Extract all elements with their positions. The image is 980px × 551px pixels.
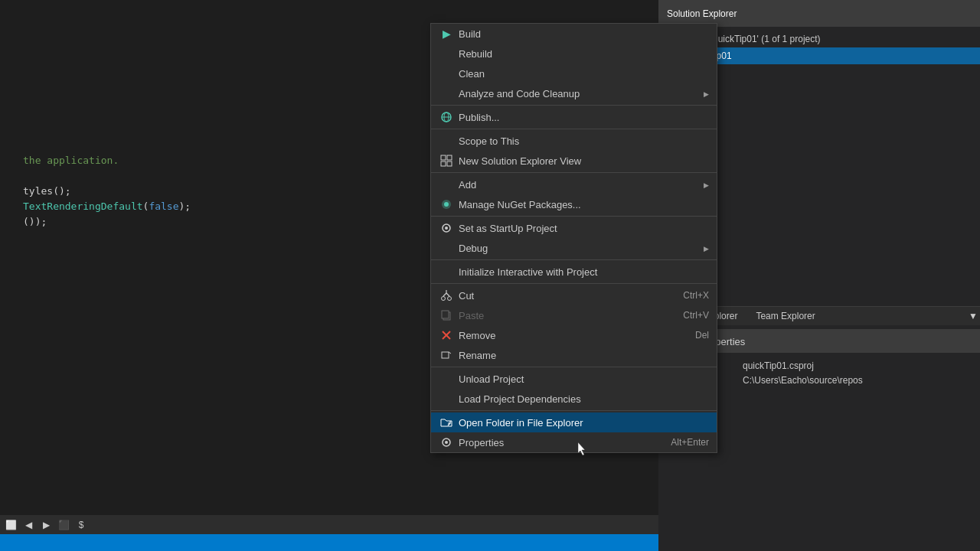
menu-item-newsolution[interactable]: New Solution Explorer View xyxy=(431,151,717,171)
menu-item-build[interactable]: ▶ Build xyxy=(431,24,717,44)
prop-value-path: C:\Users\Eacho\source\repos xyxy=(743,375,972,386)
properties-icon xyxy=(439,435,454,450)
menu-item-publish[interactable]: Publish... xyxy=(431,107,717,127)
menu-item-cut-label: Cut xyxy=(459,290,668,302)
analyze-submenu-arrow xyxy=(704,90,709,98)
menu-item-analyze[interactable]: Analyze and Code Cleanup xyxy=(431,83,717,103)
menu-item-loaddeps-label: Load Project Dependencies xyxy=(459,393,709,405)
rename-icon xyxy=(439,347,454,363)
newsolution-icon xyxy=(439,153,454,168)
svg-point-24 xyxy=(445,441,448,444)
menu-item-analyze-label: Analyze and Code Cleanup xyxy=(459,88,704,99)
menu-item-startup[interactable]: Set as StartUp Project xyxy=(431,218,717,238)
svg-rect-3 xyxy=(441,155,446,160)
code-line-5: ()); xyxy=(23,214,191,230)
separator-5 xyxy=(431,259,717,260)
svg-line-14 xyxy=(446,293,449,296)
remove-icon xyxy=(439,328,454,343)
separator-7 xyxy=(431,367,717,367)
menu-item-unload[interactable]: Unload Project xyxy=(431,369,717,389)
svg-point-10 xyxy=(445,227,448,230)
debug-icon xyxy=(439,240,454,256)
svg-line-13 xyxy=(443,293,446,296)
menu-item-paste: Paste Ctrl+V xyxy=(431,305,717,325)
tab-team-explorer-label: Team Explorer xyxy=(756,311,815,321)
menu-item-properties[interactable]: Properties Alt+Enter xyxy=(431,432,717,452)
menu-item-publish-label: Publish... xyxy=(459,112,709,123)
menu-item-add[interactable]: Add xyxy=(431,174,717,194)
startup-icon xyxy=(439,220,454,236)
globe-icon xyxy=(439,109,454,125)
dropdown-arrow[interactable]: ▼ xyxy=(966,309,980,323)
scope-icon xyxy=(439,133,454,148)
bottom-toolbar: ⬜ ◀ ▶ ⬛ $ xyxy=(0,515,658,534)
menu-item-properties-label: Properties xyxy=(459,437,655,448)
openfolder-icon xyxy=(439,415,454,430)
build-icon: ▶ xyxy=(439,26,454,41)
separator-4 xyxy=(431,216,717,217)
toolbar-btn-3[interactable]: ▶ xyxy=(39,518,53,532)
menu-item-add-label: Add xyxy=(459,179,704,191)
svg-rect-6 xyxy=(447,161,452,166)
separator-6 xyxy=(431,283,717,284)
debug-submenu-arrow xyxy=(704,244,709,253)
menu-item-rename[interactable]: Rename xyxy=(431,345,717,365)
analyze-icon xyxy=(439,86,454,101)
menu-item-startup-label: Set as StartUp Project xyxy=(459,223,709,234)
svg-rect-17 xyxy=(442,311,449,318)
menu-item-clean[interactable]: Clean xyxy=(431,64,717,83)
menu-item-loaddeps[interactable]: Load Project Dependencies xyxy=(431,389,717,409)
code-line-2 xyxy=(23,168,191,184)
menu-item-interactive-label: Initialize Interactive with Project xyxy=(459,266,709,278)
menu-item-remove[interactable]: Remove Del xyxy=(431,325,717,345)
nuget-icon xyxy=(439,197,454,212)
svg-point-11 xyxy=(442,297,446,301)
svg-rect-5 xyxy=(441,161,446,166)
menu-item-nuget[interactable]: Manage NuGet Packages... xyxy=(431,194,717,214)
code-line-1: the application. xyxy=(23,153,191,168)
toolbar-btn-1[interactable]: ⬜ xyxy=(4,518,18,532)
svg-point-12 xyxy=(448,297,452,301)
menu-item-nuget-label: Manage NuGet Packages... xyxy=(459,199,709,210)
interactive-icon xyxy=(439,264,454,279)
svg-point-8 xyxy=(444,202,449,207)
add-submenu-arrow xyxy=(704,181,709,189)
menu-item-rebuild[interactable]: Rebuild xyxy=(431,44,717,64)
menu-item-debug-label: Debug xyxy=(459,243,704,254)
separator-3 xyxy=(431,172,717,173)
toolbar-btn-2[interactable]: ◀ xyxy=(21,518,35,532)
tab-team-explorer[interactable]: Team Explorer xyxy=(746,307,824,326)
menu-item-debug[interactable]: Debug xyxy=(431,238,717,258)
remove-shortcut: Del xyxy=(695,330,709,341)
toolbar-btn-terminal[interactable]: ⬛ xyxy=(57,518,70,532)
menu-item-build-label: Build xyxy=(459,28,709,40)
code-content: the application. tyles(); TextRenderingD… xyxy=(0,153,191,230)
prop-value-file: quickTip01.csproj xyxy=(743,360,972,371)
menu-item-clean-label: Clean xyxy=(459,68,709,80)
separator-2 xyxy=(431,129,717,129)
menu-item-unload-label: Unload Project xyxy=(459,373,709,385)
menu-item-scope-label: Scope to This xyxy=(459,135,709,147)
code-line-3: tyles(); xyxy=(23,184,191,199)
clean-icon xyxy=(439,66,454,81)
rebuild-icon xyxy=(439,46,454,61)
paste-shortcut: Ctrl+V xyxy=(683,310,709,321)
unload-icon xyxy=(439,371,454,386)
menu-item-rebuild-label: Rebuild xyxy=(459,48,709,60)
menu-item-remove-label: Remove xyxy=(459,330,680,341)
paste-icon xyxy=(439,308,454,323)
menu-item-scope[interactable]: Scope to This xyxy=(431,131,717,151)
menu-item-newsolution-label: New Solution Explorer View xyxy=(459,155,709,167)
menu-item-interactive[interactable]: Initialize Interactive with Project xyxy=(431,262,717,282)
menu-item-cut[interactable]: Cut Ctrl+X xyxy=(431,285,717,305)
context-menu: ▶ Build Rebuild Clean Analyze and Code C… xyxy=(430,23,717,453)
solution-explorer-title: Solution Explorer xyxy=(667,8,737,19)
toolbar-btn-powershell[interactable]: $ xyxy=(74,518,88,532)
svg-rect-4 xyxy=(447,155,452,160)
code-line-4: TextRenderingDefault(false); xyxy=(23,199,191,214)
cut-shortcut: Ctrl+X xyxy=(683,290,709,301)
separator-1 xyxy=(431,105,717,106)
menu-item-openfolder[interactable]: Open Folder in File Explorer xyxy=(431,412,717,432)
menu-item-rename-label: Rename xyxy=(459,350,709,361)
properties-shortcut: Alt+Enter xyxy=(671,437,709,448)
